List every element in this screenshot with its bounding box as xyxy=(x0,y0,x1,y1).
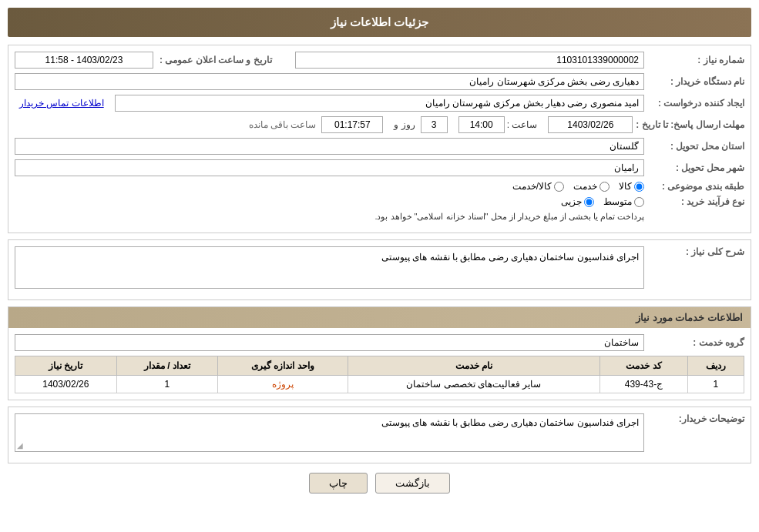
service-group-value: ساختمان xyxy=(15,334,644,351)
category-both-label: کالا/خدمت xyxy=(512,181,552,192)
category-both-radio[interactable] xyxy=(554,182,564,192)
category-good-item[interactable]: کالا xyxy=(619,181,644,192)
main-info-section: شماره نیاز : 1103101339000002 تاریخ و سا… xyxy=(8,45,751,233)
deadline-remaining-field: 01:17:57 ساعت باقی مانده xyxy=(249,116,384,133)
category-both-item[interactable]: کالا/خدمت xyxy=(512,181,564,192)
buyer-notes-section: توضیحات خریدار: اجرای فنداسیون ساختمان د… xyxy=(8,407,751,463)
creator-value: امید منصوری رضی دهیار بخش مرکزی شهرستان … xyxy=(115,95,644,112)
button-row: بازگشت چاپ xyxy=(8,473,751,494)
deadline-date: 1403/02/26 xyxy=(548,116,633,133)
category-good-radio[interactable] xyxy=(634,182,644,192)
page-title: جزئیات اطلاعات نیاز xyxy=(8,8,751,37)
province-row: استان محل تحویل : گلستان xyxy=(15,138,744,155)
deadline-days-field: 3 روز و xyxy=(394,116,447,133)
category-service-label: خدمت xyxy=(573,181,597,192)
purchase-option1-label: جزیی xyxy=(561,196,582,207)
buyer-org-label: نام دستگاه خریدار : xyxy=(644,76,744,87)
deadline-label: مهلت ارسال پاسخ: تا تاریخ : xyxy=(636,119,744,130)
announce-label: تاریخ و ساعت اعلان عمومی : xyxy=(153,55,272,65)
category-service-item[interactable]: خدمت xyxy=(573,181,610,192)
purchase-options: متوسط جزیی پرداخت تمام یا بخشی از مبلغ خ… xyxy=(374,196,644,222)
city-label: شهر محل تحویل : xyxy=(644,162,744,173)
description-grid: شرح کلی نیاز : اجرای فنداسیون ساختمان ده… xyxy=(8,240,751,299)
resize-handle2-icon[interactable]: ◢ xyxy=(17,441,23,450)
contact-link[interactable]: اطلاعات تماس خریدار xyxy=(15,98,109,109)
city-row: شهر محل تحویل : رامیان xyxy=(15,159,744,176)
purchase-option2-item[interactable]: متوسط xyxy=(603,196,644,207)
deadline-time: 14:00 xyxy=(458,116,505,133)
category-good-label: کالا xyxy=(619,181,632,192)
deadline-days-label: روز و xyxy=(394,119,415,130)
purchase-option2-radio[interactable] xyxy=(634,197,644,207)
announce-value: 1403/02/23 - 11:58 xyxy=(15,52,153,69)
services-table: ردیف کد خدمت نام خدمت واحد اندازه گیری ت… xyxy=(15,356,744,393)
purchase-desc: پرداخت تمام یا بخشی از مبلغ خریدار از مح… xyxy=(374,212,644,222)
buyer-org-value: دهیاری رضی بخش مرکزی شهرستان رامیان xyxy=(15,73,644,90)
purchase-type-row: نوع فرآیند خرید : متوسط جزیی پرداخت تمام… xyxy=(15,196,744,222)
category-radio-group: کالا/خدمت خدمت کالا xyxy=(512,181,644,192)
back-button[interactable]: بازگشت xyxy=(375,473,450,494)
buyer-notes-label: توضیحات خریدار: xyxy=(644,413,744,424)
deadline-row: مهلت ارسال پاسخ: تا تاریخ : 1403/02/26 س… xyxy=(15,116,744,133)
purchase-radio-row: متوسط جزیی xyxy=(374,196,644,207)
buyer-notes-text: اجرای فنداسیون ساختمان دهیاری رضی مطابق … xyxy=(381,417,639,428)
col-unit: واحد اندازه گیری xyxy=(218,356,348,376)
province-value: گلستان xyxy=(15,138,644,155)
buyer-notes-row: توضیحات خریدار: اجرای فنداسیون ساختمان د… xyxy=(15,413,744,452)
service-group-label: گروه خدمت : xyxy=(644,337,744,348)
description-label: شرح کلی نیاز : xyxy=(644,246,744,257)
buyer-notes-grid: توضیحات خریدار: اجرای فنداسیون ساختمان د… xyxy=(8,407,751,463)
category-service-radio[interactable] xyxy=(599,182,610,192)
deadline-date-field: 1403/02/26 xyxy=(548,116,633,133)
services-grid: گروه خدمت : ساختمان ردیف کد خدمت نام خدم… xyxy=(8,328,751,400)
services-section: اطلاعات خدمات مورد نیاز گروه خدمت : ساخت… xyxy=(8,306,751,400)
info-grid: شماره نیاز : 1103101339000002 تاریخ و سا… xyxy=(8,45,751,233)
purchase-option1-item[interactable]: جزیی xyxy=(561,196,594,207)
need-number-value: 1103101339000002 xyxy=(295,52,644,69)
purchase-option2-label: متوسط xyxy=(603,196,632,207)
buyer-org-row: نام دستگاه خریدار : دهیاری رضی بخش مرکزی… xyxy=(15,73,744,90)
service-group-row: گروه خدمت : ساختمان xyxy=(15,334,744,351)
description-value: اجرای فنداسیون ساختمان دهیاری رضی مطابق … xyxy=(15,246,644,289)
deadline-time-label: ساعت : xyxy=(507,119,538,130)
deadline-remaining: 01:17:57 xyxy=(321,116,383,133)
need-number-label: شماره نیاز : xyxy=(644,55,744,65)
services-header: اطلاعات خدمات مورد نیاز xyxy=(8,307,751,328)
description-row: شرح کلی نیاز : اجرای فنداسیون ساختمان ده… xyxy=(15,246,744,289)
creator-row: ایجاد کننده درخواست : امید منصوری رضی ده… xyxy=(15,95,744,112)
deadline-days: 3 xyxy=(421,116,448,133)
category-label: طبقه بندی موضوعی : xyxy=(644,181,744,192)
purchase-type-label: نوع فرآیند خرید : xyxy=(644,196,744,207)
print-button[interactable]: چاپ xyxy=(309,473,368,494)
col-row-num: ردیف xyxy=(687,356,744,376)
col-service-name: نام خدمت xyxy=(348,356,600,376)
creator-label: ایجاد کننده درخواست : xyxy=(644,98,744,109)
category-row: طبقه بندی موضوعی : کالا/خدمت خدمت کالا xyxy=(15,181,744,192)
col-quantity: تعداد / مقدار xyxy=(116,356,217,376)
col-date: تاریخ نیاز xyxy=(15,356,117,376)
deadline-remaining-label: ساعت باقی مانده xyxy=(249,119,317,130)
buyer-notes-value: اجرای فنداسیون ساختمان دهیاری رضی مطابق … xyxy=(15,413,644,452)
description-section: شرح کلی نیاز : اجرای فنداسیون ساختمان ده… xyxy=(8,239,751,300)
col-service-code: کد خدمت xyxy=(600,356,687,376)
province-label: استان محل تحویل : xyxy=(644,141,744,152)
table-row: 1ج-43-439سایر فعالیت‌های تخصصی ساختمانپر… xyxy=(15,376,744,393)
need-number-row: شماره نیاز : 1103101339000002 تاریخ و سا… xyxy=(15,52,744,69)
city-value: رامیان xyxy=(15,159,644,176)
deadline-time-field: ساعت : 14:00 xyxy=(458,116,538,133)
purchase-option1-radio[interactable] xyxy=(584,197,594,207)
